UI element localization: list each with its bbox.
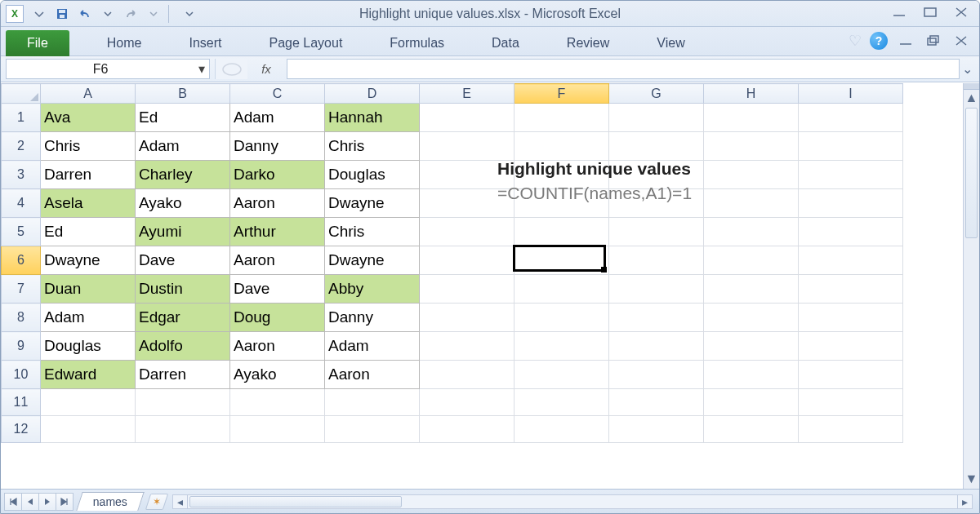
- formula-input[interactable]: [287, 59, 960, 79]
- cell-C6[interactable]: Aaron: [230, 246, 325, 275]
- undo-button[interactable]: [74, 4, 96, 24]
- cell-A4[interactable]: Asela: [41, 189, 136, 218]
- cell-A2[interactable]: Chris: [41, 132, 136, 161]
- cell-B5[interactable]: Ayumi: [136, 218, 230, 246]
- cell-H4[interactable]: [704, 189, 799, 218]
- cell-A11[interactable]: [41, 389, 136, 416]
- cell-I7[interactable]: [799, 275, 903, 304]
- cell-I6[interactable]: [799, 246, 903, 275]
- cell-H6[interactable]: [704, 246, 799, 275]
- cell-E8[interactable]: [420, 304, 514, 332]
- row-header-6[interactable]: 6: [2, 246, 41, 275]
- cell-F7[interactable]: [514, 275, 609, 304]
- cell-D3[interactable]: Douglas: [325, 161, 420, 189]
- cell-D11[interactable]: [325, 389, 420, 416]
- minimize-button[interactable]: [889, 4, 909, 20]
- cell-H3[interactable]: [704, 161, 799, 189]
- cell-B6[interactable]: Dave: [136, 246, 230, 275]
- cell-I10[interactable]: [799, 361, 903, 389]
- tab-home[interactable]: Home: [91, 31, 158, 55]
- cell-B4[interactable]: Ayako: [136, 189, 230, 218]
- cell-I11[interactable]: [799, 389, 903, 416]
- cell-A5[interactable]: Ed: [41, 218, 136, 246]
- cell-G1[interactable]: [609, 104, 704, 132]
- cell-F11[interactable]: [514, 389, 609, 416]
- cell-B12[interactable]: [136, 416, 230, 443]
- worksheet-grid[interactable]: ABCDEFGHI1AvaEdAdamHannah2ChrisAdamDanny…: [1, 83, 963, 489]
- redo-button[interactable]: [120, 4, 141, 24]
- close-button[interactable]: [951, 4, 971, 20]
- cell-A6[interactable]: Dwayne: [41, 246, 136, 275]
- cell-I8[interactable]: [799, 304, 903, 332]
- column-header-D[interactable]: D: [325, 84, 420, 104]
- column-header-B[interactable]: B: [136, 84, 230, 104]
- cell-G6[interactable]: [609, 246, 704, 275]
- new-sheet-button[interactable]: ✶: [145, 494, 168, 510]
- cell-C2[interactable]: Danny: [230, 132, 325, 161]
- workbook-restore-button[interactable]: [924, 33, 943, 49]
- cell-H12[interactable]: [704, 416, 799, 443]
- name-box-dropdown[interactable]: ▾: [194, 60, 209, 78]
- cell-E6[interactable]: [420, 246, 514, 275]
- cell-D8[interactable]: Danny: [325, 304, 420, 332]
- cell-E1[interactable]: [420, 104, 514, 132]
- row-header-5[interactable]: 5: [2, 218, 41, 246]
- cell-B10[interactable]: Darren: [136, 361, 230, 389]
- row-header-8[interactable]: 8: [2, 304, 41, 332]
- cell-I2[interactable]: [799, 132, 903, 161]
- cell-H1[interactable]: [704, 104, 799, 132]
- cell-D6[interactable]: Dwayne: [325, 246, 420, 275]
- scroll-down-arrow[interactable]: ▼: [964, 471, 979, 487]
- cell-H11[interactable]: [704, 389, 799, 416]
- cell-F1[interactable]: [514, 104, 609, 132]
- cell-F5[interactable]: [514, 218, 609, 246]
- row-header-10[interactable]: 10: [2, 361, 41, 389]
- maximize-button[interactable]: [920, 4, 940, 20]
- cell-H7[interactable]: [704, 275, 799, 304]
- first-sheet-button[interactable]: [4, 493, 22, 511]
- column-header-C[interactable]: C: [230, 84, 325, 104]
- cell-D5[interactable]: Chris: [325, 218, 420, 246]
- select-all-corner[interactable]: [2, 84, 41, 104]
- cell-B11[interactable]: [136, 389, 230, 416]
- cell-E7[interactable]: [420, 275, 514, 304]
- cell-I12[interactable]: [799, 416, 903, 443]
- column-header-H[interactable]: H: [704, 84, 799, 104]
- cell-I1[interactable]: [799, 104, 903, 132]
- cell-A8[interactable]: Adam: [41, 304, 136, 332]
- cell-B3[interactable]: Charley: [136, 161, 230, 189]
- cell-G5[interactable]: [609, 218, 704, 246]
- cell-D1[interactable]: Hannah: [325, 104, 420, 132]
- customize-qat-dropdown[interactable]: [179, 4, 200, 24]
- cell-H8[interactable]: [704, 304, 799, 332]
- cell-G7[interactable]: [609, 275, 704, 304]
- workbook-minimize-button[interactable]: [896, 33, 915, 49]
- cell-E2[interactable]: [420, 132, 514, 161]
- column-header-I[interactable]: I: [799, 84, 903, 104]
- scroll-right-arrow[interactable]: ▸: [957, 495, 972, 508]
- cell-F8[interactable]: [514, 304, 609, 332]
- help-icon[interactable]: ?: [870, 32, 888, 50]
- redo-dropdown[interactable]: [143, 4, 164, 24]
- cell-B9[interactable]: Adolfo: [136, 332, 230, 361]
- cell-B2[interactable]: Adam: [136, 132, 230, 161]
- cell-G8[interactable]: [609, 304, 704, 332]
- cell-C1[interactable]: Adam: [230, 104, 325, 132]
- undo-dropdown[interactable]: [97, 4, 118, 24]
- workbook-close-button[interactable]: [951, 33, 971, 49]
- excel-app-icon[interactable]: X: [6, 5, 24, 23]
- cell-A3[interactable]: Darren: [41, 161, 136, 189]
- row-header-7[interactable]: 7: [2, 275, 41, 304]
- tab-view[interactable]: View: [640, 31, 701, 55]
- cell-I3[interactable]: [799, 161, 903, 189]
- cell-E9[interactable]: [420, 332, 514, 361]
- tab-formulas[interactable]: Formulas: [373, 31, 461, 55]
- horizontal-scrollbar[interactable]: ◂ ▸: [172, 494, 973, 509]
- prev-sheet-button[interactable]: [21, 493, 39, 511]
- sheet-tab-names[interactable]: names: [76, 492, 145, 511]
- expand-formula-bar[interactable]: ⌄: [960, 61, 974, 77]
- row-header-12[interactable]: 12: [2, 416, 41, 443]
- cell-D4[interactable]: Dwayne: [325, 189, 420, 218]
- cell-F2[interactable]: [514, 132, 609, 161]
- tab-data[interactable]: Data: [475, 31, 536, 55]
